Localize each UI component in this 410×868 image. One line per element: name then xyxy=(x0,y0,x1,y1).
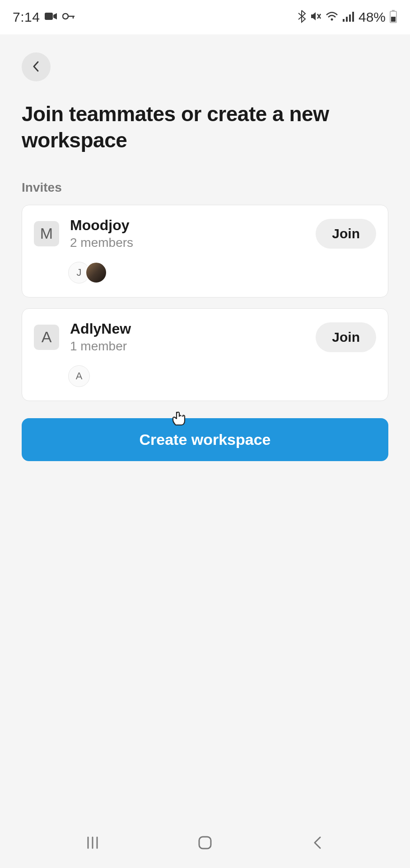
status-bar: 7:14 48% xyxy=(0,0,410,34)
svg-rect-7 xyxy=(343,19,345,22)
signal-icon xyxy=(342,11,355,24)
svg-point-6 xyxy=(331,19,333,21)
page-title: Join teammates or create a new workspace xyxy=(22,101,388,153)
workspace-avatar: A xyxy=(34,325,59,350)
join-button[interactable]: Join xyxy=(316,219,376,249)
home-button[interactable] xyxy=(191,830,219,857)
battery-icon xyxy=(389,9,397,25)
bluetooth-icon xyxy=(297,9,306,25)
invite-card: A AdlyNew 1 member Join A xyxy=(22,308,388,401)
android-nav-bar xyxy=(0,818,410,868)
workspace-name: Moodjoy xyxy=(70,217,316,234)
svg-rect-8 xyxy=(346,17,348,22)
invites-section-label: Invites xyxy=(22,180,388,195)
key-icon xyxy=(62,12,76,22)
chevron-left-icon xyxy=(32,60,41,74)
svg-rect-13 xyxy=(391,17,396,22)
wifi-icon xyxy=(325,11,339,24)
home-icon xyxy=(197,835,213,852)
join-button[interactable]: Join xyxy=(316,322,376,352)
invite-card: M Moodjoy 2 members Join J xyxy=(22,205,388,297)
svg-rect-17 xyxy=(199,837,211,849)
create-workspace-button[interactable]: Create workspace xyxy=(22,418,388,461)
workspace-members-count: 2 members xyxy=(70,236,316,250)
recents-icon xyxy=(85,835,100,852)
member-avatar: A xyxy=(68,365,90,387)
battery-percent: 48% xyxy=(359,9,386,25)
svg-rect-12 xyxy=(392,10,395,11)
workspace-avatar: M xyxy=(34,221,59,246)
back-button[interactable] xyxy=(22,52,51,81)
mute-icon xyxy=(310,10,321,24)
svg-rect-0 xyxy=(45,13,53,20)
video-icon xyxy=(44,11,58,23)
workspace-members-count: 1 member xyxy=(70,339,316,354)
svg-rect-10 xyxy=(352,12,354,22)
chevron-left-icon xyxy=(312,835,323,852)
member-avatar xyxy=(85,262,107,283)
recents-button[interactable] xyxy=(79,830,106,857)
workspace-name: AdlyNew xyxy=(70,321,316,337)
member-avatars: A xyxy=(68,365,376,387)
status-time: 7:14 xyxy=(13,9,40,25)
android-back-button[interactable] xyxy=(304,830,331,857)
svg-point-1 xyxy=(63,14,68,19)
member-avatars: J xyxy=(68,262,376,283)
svg-rect-9 xyxy=(349,14,351,22)
